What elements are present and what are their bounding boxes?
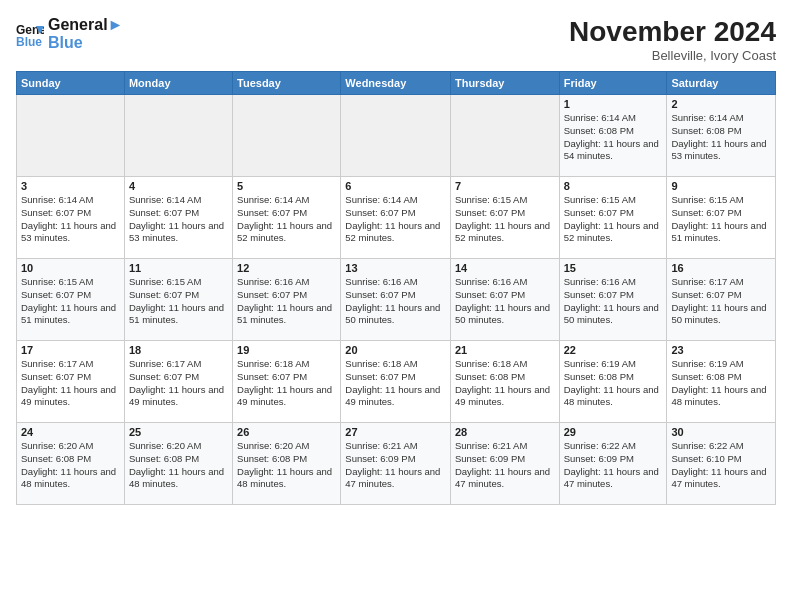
month-title: November 2024 [569,16,776,48]
day-info: Sunrise: 6:21 AMSunset: 6:09 PMDaylight:… [345,440,446,491]
day-number: 5 [237,180,336,192]
calendar-cell: 12Sunrise: 6:16 AMSunset: 6:07 PMDayligh… [233,259,341,341]
calendar-cell: 1Sunrise: 6:14 AMSunset: 6:08 PMDaylight… [559,95,667,177]
day-info: Sunrise: 6:16 AMSunset: 6:07 PMDaylight:… [455,276,555,327]
day-number: 26 [237,426,336,438]
page-header: General Blue General► Blue November 2024… [16,16,776,63]
calendar-cell: 8Sunrise: 6:15 AMSunset: 6:07 PMDaylight… [559,177,667,259]
day-info: Sunrise: 6:20 AMSunset: 6:08 PMDaylight:… [129,440,228,491]
calendar-cell [341,95,451,177]
day-info: Sunrise: 6:14 AMSunset: 6:08 PMDaylight:… [564,112,663,163]
calendar-cell: 16Sunrise: 6:17 AMSunset: 6:07 PMDayligh… [667,259,776,341]
calendar-cell: 28Sunrise: 6:21 AMSunset: 6:09 PMDayligh… [450,423,559,505]
logo-text-line2: Blue [48,34,123,52]
day-number: 24 [21,426,120,438]
calendar-cell: 17Sunrise: 6:17 AMSunset: 6:07 PMDayligh… [17,341,125,423]
day-info: Sunrise: 6:14 AMSunset: 6:07 PMDaylight:… [129,194,228,245]
day-number: 4 [129,180,228,192]
day-number: 20 [345,344,446,356]
day-number: 21 [455,344,555,356]
day-info: Sunrise: 6:17 AMSunset: 6:07 PMDaylight:… [129,358,228,409]
calendar-cell: 19Sunrise: 6:18 AMSunset: 6:07 PMDayligh… [233,341,341,423]
calendar-cell: 3Sunrise: 6:14 AMSunset: 6:07 PMDaylight… [17,177,125,259]
day-number: 11 [129,262,228,274]
calendar-cell: 7Sunrise: 6:15 AMSunset: 6:07 PMDaylight… [450,177,559,259]
day-number: 22 [564,344,663,356]
col-tuesday: Tuesday [233,72,341,95]
day-number: 18 [129,344,228,356]
col-wednesday: Wednesday [341,72,451,95]
day-number: 13 [345,262,446,274]
calendar-cell: 21Sunrise: 6:18 AMSunset: 6:08 PMDayligh… [450,341,559,423]
calendar-cell: 14Sunrise: 6:16 AMSunset: 6:07 PMDayligh… [450,259,559,341]
calendar-cell [233,95,341,177]
day-info: Sunrise: 6:16 AMSunset: 6:07 PMDaylight:… [345,276,446,327]
day-info: Sunrise: 6:15 AMSunset: 6:07 PMDaylight:… [129,276,228,327]
col-monday: Monday [124,72,232,95]
calendar-cell: 30Sunrise: 6:22 AMSunset: 6:10 PMDayligh… [667,423,776,505]
day-info: Sunrise: 6:14 AMSunset: 6:07 PMDaylight:… [345,194,446,245]
day-number: 27 [345,426,446,438]
day-number: 12 [237,262,336,274]
logo-text-line1: General► [48,16,123,34]
calendar-cell: 25Sunrise: 6:20 AMSunset: 6:08 PMDayligh… [124,423,232,505]
calendar-cell: 2Sunrise: 6:14 AMSunset: 6:08 PMDaylight… [667,95,776,177]
day-number: 28 [455,426,555,438]
calendar-cell: 15Sunrise: 6:16 AMSunset: 6:07 PMDayligh… [559,259,667,341]
day-number: 25 [129,426,228,438]
day-info: Sunrise: 6:15 AMSunset: 6:07 PMDaylight:… [21,276,120,327]
day-number: 29 [564,426,663,438]
logo-general: General [48,16,108,33]
day-info: Sunrise: 6:22 AMSunset: 6:10 PMDaylight:… [671,440,771,491]
day-number: 14 [455,262,555,274]
calendar-cell: 13Sunrise: 6:16 AMSunset: 6:07 PMDayligh… [341,259,451,341]
calendar-week-3: 10Sunrise: 6:15 AMSunset: 6:07 PMDayligh… [17,259,776,341]
calendar-cell [450,95,559,177]
calendar-cell [124,95,232,177]
day-info: Sunrise: 6:18 AMSunset: 6:08 PMDaylight:… [455,358,555,409]
day-info: Sunrise: 6:15 AMSunset: 6:07 PMDaylight:… [564,194,663,245]
location: Belleville, Ivory Coast [569,48,776,63]
calendar-cell: 20Sunrise: 6:18 AMSunset: 6:07 PMDayligh… [341,341,451,423]
day-info: Sunrise: 6:19 AMSunset: 6:08 PMDaylight:… [564,358,663,409]
calendar-cell: 24Sunrise: 6:20 AMSunset: 6:08 PMDayligh… [17,423,125,505]
col-saturday: Saturday [667,72,776,95]
day-number: 17 [21,344,120,356]
day-info: Sunrise: 6:17 AMSunset: 6:07 PMDaylight:… [671,276,771,327]
day-info: Sunrise: 6:16 AMSunset: 6:07 PMDaylight:… [564,276,663,327]
calendar-cell: 11Sunrise: 6:15 AMSunset: 6:07 PMDayligh… [124,259,232,341]
logo-icon: General Blue [16,20,44,48]
calendar-cell: 5Sunrise: 6:14 AMSunset: 6:07 PMDaylight… [233,177,341,259]
title-area: November 2024 Belleville, Ivory Coast [569,16,776,63]
day-number: 6 [345,180,446,192]
col-sunday: Sunday [17,72,125,95]
day-info: Sunrise: 6:14 AMSunset: 6:08 PMDaylight:… [671,112,771,163]
day-info: Sunrise: 6:21 AMSunset: 6:09 PMDaylight:… [455,440,555,491]
calendar-cell: 23Sunrise: 6:19 AMSunset: 6:08 PMDayligh… [667,341,776,423]
calendar-table: Sunday Monday Tuesday Wednesday Thursday… [16,71,776,505]
col-thursday: Thursday [450,72,559,95]
calendar-cell: 18Sunrise: 6:17 AMSunset: 6:07 PMDayligh… [124,341,232,423]
day-number: 2 [671,98,771,110]
day-info: Sunrise: 6:20 AMSunset: 6:08 PMDaylight:… [237,440,336,491]
calendar-week-4: 17Sunrise: 6:17 AMSunset: 6:07 PMDayligh… [17,341,776,423]
calendar-cell: 27Sunrise: 6:21 AMSunset: 6:09 PMDayligh… [341,423,451,505]
col-friday: Friday [559,72,667,95]
day-number: 10 [21,262,120,274]
svg-text:Blue: Blue [16,35,42,48]
day-info: Sunrise: 6:14 AMSunset: 6:07 PMDaylight:… [237,194,336,245]
calendar-header-row: Sunday Monday Tuesday Wednesday Thursday… [17,72,776,95]
day-number: 15 [564,262,663,274]
day-info: Sunrise: 6:18 AMSunset: 6:07 PMDaylight:… [237,358,336,409]
day-number: 1 [564,98,663,110]
day-info: Sunrise: 6:15 AMSunset: 6:07 PMDaylight:… [671,194,771,245]
logo-blue-arrow: ► [108,16,124,33]
day-number: 23 [671,344,771,356]
day-number: 19 [237,344,336,356]
day-info: Sunrise: 6:14 AMSunset: 6:07 PMDaylight:… [21,194,120,245]
day-number: 8 [564,180,663,192]
day-info: Sunrise: 6:19 AMSunset: 6:08 PMDaylight:… [671,358,771,409]
calendar-cell: 22Sunrise: 6:19 AMSunset: 6:08 PMDayligh… [559,341,667,423]
day-info: Sunrise: 6:16 AMSunset: 6:07 PMDaylight:… [237,276,336,327]
calendar-week-2: 3Sunrise: 6:14 AMSunset: 6:07 PMDaylight… [17,177,776,259]
